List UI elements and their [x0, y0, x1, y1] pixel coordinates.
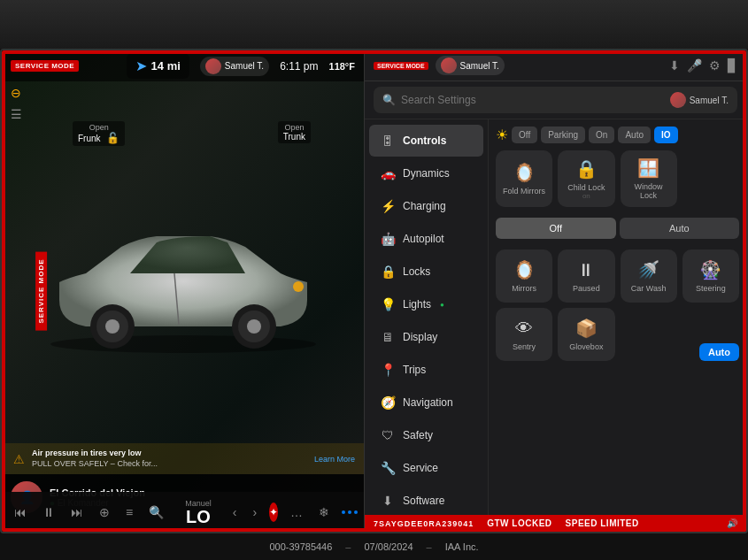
speed-limited-text: SPEED LIMITED: [566, 518, 639, 528]
search-input-wrap[interactable]: 🔍 Samuel T.: [374, 87, 737, 113]
nav-item-safety[interactable]: 🛡 Safety: [369, 419, 483, 451]
right-chevron-btn[interactable]: ›: [249, 502, 260, 523]
user-badge-left: Samuel T.: [200, 57, 269, 76]
svg-point-6: [247, 319, 261, 334]
glovebox-icon: 📦: [575, 318, 598, 339]
user-avatar-left: [205, 58, 221, 74]
skip-forward-btn[interactable]: ⏭: [67, 502, 87, 523]
nav-item-charging[interactable]: ⚡ Charging: [369, 190, 483, 222]
search-icon: 🔍: [382, 94, 396, 106]
user-avatar-right: [441, 58, 457, 73]
more-btn[interactable]: …: [287, 502, 306, 523]
nav-arrow-icon: ➤: [135, 58, 147, 74]
nav-item-locks[interactable]: 🔒 Locks: [369, 256, 483, 288]
red-alert-btn[interactable]: ✦: [269, 502, 278, 522]
left-top-icons: ⊖ ☰: [11, 86, 22, 121]
locks-icon: 🔒: [380, 265, 396, 279]
bluetooth-indicator: [342, 510, 358, 514]
mode-chip-auto[interactable]: Auto: [618, 127, 651, 143]
steering-icon: 🎡: [699, 259, 721, 280]
paused-card[interactable]: ⏸ Paused: [558, 249, 614, 303]
software-icon: ⬇: [380, 494, 396, 508]
main-screen: SERVICE MODE SERVICE MODE ➤ 14 mi Samuel…: [0, 49, 748, 533]
nav-item-trips[interactable]: 📍 Trips: [369, 354, 483, 386]
autopilot-label: Autopilot: [403, 233, 444, 245]
svg-point-3: [105, 319, 120, 334]
car-top-bar: [0, 0, 748, 49]
time-display: 6:11 pm: [280, 60, 318, 73]
mode-chip-off[interactable]: Off: [512, 127, 537, 143]
play-pause-btn[interactable]: ⏸: [39, 502, 58, 523]
search-bar-container: 🔍 Samuel T.: [365, 81, 746, 119]
search-user-name: Samuel T.: [690, 96, 729, 105]
sentry-card[interactable]: 👁 Sentry: [496, 308, 552, 361]
nav-item-service[interactable]: 🔧 Service: [369, 452, 483, 484]
frunk-label[interactable]: Open Frunk 🔓: [73, 121, 125, 146]
mic-icon[interactable]: 🎤: [687, 58, 702, 73]
warning-sub-text: PULL OVER SAFELY – Check for...: [32, 459, 158, 468]
svg-point-0: [50, 335, 316, 353]
auction-bar: 000-39785446 – 07/08/2024 – IAA Inc.: [0, 533, 748, 560]
user-name-left: Samuel T.: [225, 61, 264, 71]
window-lock-card[interactable]: 🪟 Window Lock: [621, 150, 677, 207]
fan-btn[interactable]: ❄: [315, 502, 333, 523]
fold-mirrors-card[interactable]: 🪞 Fold Mirrors: [496, 150, 552, 207]
search-input[interactable]: [401, 94, 665, 106]
volume-icon-status[interactable]: 🔊: [727, 518, 738, 528]
car-svg: [33, 194, 334, 353]
steering-card[interactable]: 🎡 Steering: [682, 249, 739, 303]
child-lock-sublabel: on: [582, 192, 590, 200]
off-auto-toggle: Off Auto: [496, 218, 739, 239]
display-label: Display: [403, 331, 437, 343]
search-media-btn[interactable]: 🔍: [145, 502, 167, 523]
safety-label: Safety: [403, 429, 433, 441]
nav-item-controls[interactable]: 🎛 Controls: [369, 125, 483, 157]
equalizer-btn[interactable]: ≡: [122, 502, 136, 523]
trips-icon: 📍: [380, 363, 396, 377]
auto-bottom-btn[interactable]: Auto: [699, 343, 739, 361]
add-media-btn[interactable]: ⊕: [96, 502, 113, 523]
autopilot-icon: 🤖: [380, 232, 396, 246]
fold-mirrors-icon: 🪞: [513, 162, 536, 183]
nav-item-autopilot[interactable]: 🤖 Autopilot: [369, 223, 483, 255]
learn-more-link[interactable]: Learn More: [314, 455, 355, 464]
car-wash-card[interactable]: 🚿 Car Wash: [621, 249, 677, 303]
nav-item-display[interactable]: 🖥 Display: [369, 321, 483, 353]
left-chevron-btn[interactable]: ‹: [229, 502, 241, 523]
warning-main-text: Air pressure in tires very low: [32, 449, 158, 459]
mode-chip-io[interactable]: IO: [654, 127, 678, 143]
user-badge-right[interactable]: Samuel T.: [436, 56, 505, 75]
settings-icon[interactable]: ⚙: [709, 58, 721, 73]
safety-icon: 🛡: [380, 428, 396, 442]
skip-back-btn[interactable]: ⏮: [11, 502, 30, 523]
car-wash-label: Car Wash: [631, 284, 667, 293]
menu-icon-left[interactable]: ☰: [11, 107, 22, 121]
paused-label: Paused: [573, 284, 600, 293]
toggle-off-btn[interactable]: Off: [496, 218, 616, 239]
nav-item-navigation[interactable]: 🧭 Navigation: [369, 387, 483, 418]
mode-chip-parking[interactable]: Parking: [541, 127, 585, 143]
paused-icon: ⏸: [577, 260, 595, 280]
sun-icon: ☀: [496, 127, 508, 143]
charging-icon: ⚡: [380, 199, 396, 213]
trunk-open-text: Open: [283, 123, 305, 132]
nav-item-dynamics[interactable]: 🚗 Dynamics: [369, 157, 483, 189]
svg-point-7: [293, 281, 304, 292]
mode-chip-on[interactable]: On: [589, 127, 614, 143]
auction-company: IAA Inc.: [445, 541, 479, 552]
warning-text: Air pressure in tires very low PULL OVER…: [32, 449, 158, 469]
child-lock-card[interactable]: 🔒 Child Lock on: [558, 150, 614, 207]
trunk-label[interactable]: Open Trunk: [278, 121, 311, 143]
nav-item-lights[interactable]: 💡 Lights ●: [369, 288, 483, 320]
nav-item-software[interactable]: ⬇ Software: [369, 485, 483, 515]
toggle-auto-btn[interactable]: Auto: [620, 218, 740, 239]
top-icons: ⬇ 🎤 ⚙ ▊: [669, 58, 737, 73]
blue-dot-1: [342, 510, 345, 514]
mirrors-card[interactable]: 🪞 Mirrors: [496, 249, 552, 303]
glovebox-card[interactable]: 📦 Glovebox: [558, 308, 614, 361]
navigation-icon: 🧭: [380, 395, 396, 410]
service-mode-side-label: SERVICE MODE: [35, 251, 47, 330]
mode-row: ☀ Off Parking On Auto IO: [496, 127, 739, 143]
sentry-icon: 👁: [515, 318, 533, 339]
download-icon[interactable]: ⬇: [669, 58, 680, 73]
